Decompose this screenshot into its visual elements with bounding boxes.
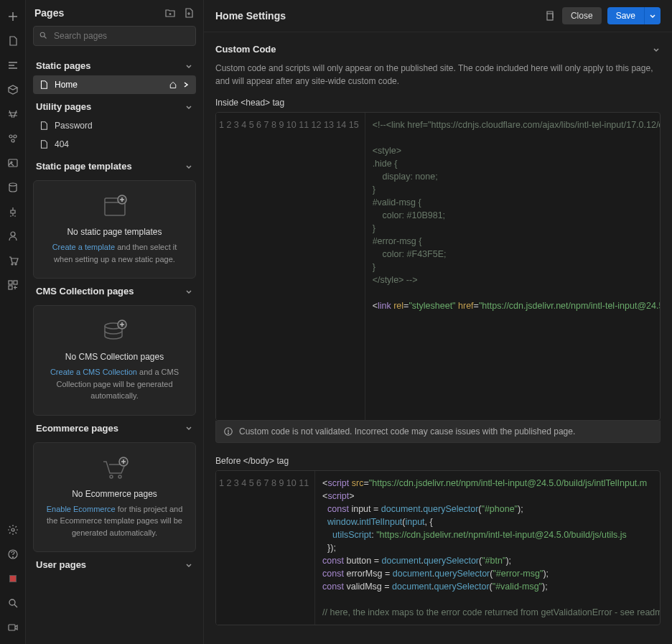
section-ecommerce-pages[interactable]: Ecommerce pages: [33, 416, 196, 438]
chevron-down-icon: [185, 287, 193, 296]
link-create-cms[interactable]: Create a CMS Collection: [50, 368, 137, 376]
svg-rect-11: [9, 286, 12, 289]
empty-ecommerce: No Ecommerce pages Enable Ecommerce for …: [33, 442, 196, 553]
empty-static-templates: No static page templates Create a templa…: [33, 180, 196, 279]
search-input[interactable]: [33, 26, 196, 46]
chevron-right-icon: [182, 80, 190, 89]
section-static-pages[interactable]: Static pages: [33, 53, 196, 75]
help-icon[interactable]: [0, 542, 26, 566]
svg-point-17: [40, 32, 45, 37]
chevron-down-icon: [185, 561, 193, 569]
chevron-down-icon: [652, 45, 661, 54]
logic-icon[interactable]: [0, 200, 26, 224]
settings-icon[interactable]: [0, 518, 26, 542]
variables-icon[interactable]: [0, 102, 26, 126]
body-code-editor[interactable]: 1 2 3 4 5 6 7 8 9 10 11 <script src="htt…: [215, 470, 661, 625]
search-nav-icon[interactable]: [0, 591, 26, 615]
svg-point-5: [9, 183, 17, 186]
gutter: 1 2 3 4 5 6 7 8 9 10 11: [216, 471, 315, 625]
users-icon[interactable]: [0, 224, 26, 248]
empty-cms: No CMS Collection pages Create a CMS Col…: [33, 305, 196, 416]
chevron-down-icon: [185, 103, 193, 111]
page-doc-icon: [39, 121, 49, 131]
save-group: Save: [607, 7, 661, 24]
svg-rect-9: [9, 281, 12, 284]
section-static-templates[interactable]: Static page templates: [33, 154, 196, 176]
page-icon[interactable]: [0, 29, 26, 53]
page-doc-icon: [39, 80, 49, 90]
new-page-icon[interactable]: [183, 7, 195, 19]
link-create-template[interactable]: Create a template: [52, 243, 115, 251]
main-header: Home Settings Close Save: [204, 0, 672, 32]
page-item-404[interactable]: 404: [33, 135, 196, 154]
search-icon: [39, 31, 47, 39]
svg-point-7: [11, 263, 13, 265]
copy-icon[interactable]: [543, 10, 555, 22]
svg-rect-16: [9, 625, 15, 630]
svg-point-2: [11, 139, 14, 142]
code-content[interactable]: <script src="https://cdn.jsdelivr.net/np…: [315, 471, 660, 625]
svg-point-0: [9, 135, 12, 138]
section-user-pages[interactable]: User pages: [33, 552, 196, 574]
navigator-icon[interactable]: [0, 53, 26, 78]
home-icon: [169, 80, 177, 89]
svg-rect-10: [14, 281, 17, 284]
svg-point-12: [11, 528, 14, 531]
main-title: Home Settings: [215, 10, 543, 22]
section-cms-pages[interactable]: CMS Collection pages: [33, 279, 196, 301]
page-item-home[interactable]: Home: [33, 75, 196, 94]
body-code-label: Before </body> tag: [215, 456, 661, 466]
warning-bar: Custom code is not validated. Incorrect …: [215, 421, 661, 443]
page-item-password[interactable]: Password: [33, 116, 196, 135]
svg-point-22: [110, 475, 113, 478]
section-utility-pages[interactable]: Utility pages: [33, 94, 196, 116]
warning-icon: [223, 426, 233, 437]
svg-point-14: [13, 557, 14, 558]
save-button[interactable]: Save: [607, 7, 644, 24]
left-toolbar: [0, 0, 26, 644]
pages-panel: Pages Static pages Home Utility pages Pa…: [26, 0, 204, 644]
chevron-down-icon: [185, 62, 193, 70]
svg-point-8: [15, 263, 17, 265]
styles-icon[interactable]: [0, 126, 26, 151]
assets-icon[interactable]: [0, 151, 26, 175]
pages-header: Pages: [26, 0, 203, 26]
components-icon[interactable]: [0, 78, 26, 102]
apps-icon[interactable]: [0, 273, 26, 297]
close-button[interactable]: Close: [562, 7, 602, 24]
cms-icon[interactable]: [0, 175, 26, 200]
svg-rect-25: [547, 14, 553, 20]
custom-code-heading[interactable]: Custom Code: [215, 44, 661, 55]
svg-point-1: [14, 135, 17, 138]
page-doc-icon: [39, 139, 49, 149]
save-caret[interactable]: [644, 7, 661, 24]
chevron-down-icon: [185, 424, 193, 432]
head-code-label: Inside <head> tag: [215, 98, 661, 108]
chevron-down-icon: [185, 162, 193, 171]
main-panel: Home Settings Close Save Custom Code Cus…: [204, 0, 672, 644]
svg-point-6: [11, 232, 15, 236]
pages-title: Pages: [34, 7, 157, 19]
svg-point-27: [228, 433, 229, 434]
video-icon[interactable]: [0, 615, 26, 640]
svg-point-15: [9, 599, 15, 605]
custom-code-desc: Custom code and scripts will only appear…: [215, 62, 661, 88]
code-content[interactable]: <!--<link href="https://cdnjs.cloudflare…: [365, 113, 660, 420]
audit-icon[interactable]: [0, 566, 26, 591]
link-enable-ecommerce[interactable]: Enable Ecommerce: [47, 505, 116, 513]
new-folder-icon[interactable]: [164, 7, 176, 19]
ecommerce-icon[interactable]: [0, 248, 26, 273]
gutter: 1 2 3 4 5 6 7 8 9 10 11 12 13 14 15: [216, 113, 365, 420]
head-code-editor[interactable]: 1 2 3 4 5 6 7 8 9 10 11 12 13 14 15 <!--…: [215, 112, 661, 421]
add-icon[interactable]: [0, 4, 26, 29]
svg-point-23: [118, 475, 121, 478]
search-box: [33, 26, 196, 46]
